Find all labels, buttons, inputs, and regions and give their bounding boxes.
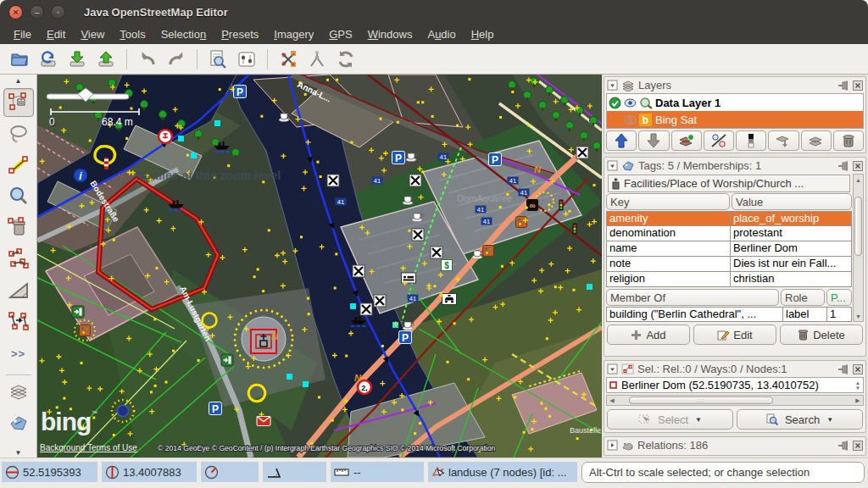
scrollbar-thumb[interactable] [854,197,862,256]
zoom-to-selection-button[interactable] [203,47,232,72]
expand-icon[interactable] [607,440,618,451]
select-button[interactable]: Select ▼ [607,409,733,430]
delete-layer-button[interactable] [833,130,864,151]
parallel-way-tool-button[interactable] [3,308,34,336]
add-tag-button[interactable]: Add [607,324,690,345]
menu-help[interactable]: Help [465,25,501,43]
delete-tag-button[interactable]: Delete [780,324,863,345]
role-column-header[interactable]: Role [781,289,825,306]
tag-row-name[interactable]: nameBerliner Dom [606,241,852,257]
maximize-button[interactable]: ▫ [51,5,65,19]
map-view[interactable]: P 41 $ ∞ i 2, [37,75,602,458]
close-button[interactable]: ✕ [8,5,23,19]
refresh-button[interactable] [331,47,360,72]
more-tools-button[interactable]: >> [3,339,34,368]
tag-row-note[interactable]: noteDies ist nur ein Fall... [606,257,852,272]
search-button[interactable]: Search ▼ [737,409,863,430]
draw-nodes-tool-button[interactable] [3,151,34,180]
upload-data-button[interactable] [92,47,120,72]
menu-selection[interactable]: Selection [154,25,213,43]
collapse-icon[interactable] [607,363,618,374]
menu-file[interactable]: File [7,25,38,43]
close-panel-icon[interactable] [853,80,863,91]
visible-eye-icon[interactable] [624,98,637,108]
scroll-up-arrow[interactable]: ▲ [854,175,863,185]
pin-icon[interactable] [837,364,849,374]
value-column-header[interactable]: Value [732,193,852,210]
activate-layer-button[interactable] [671,130,702,151]
selected-object-row[interactable]: Berliner Dom (52.5190735, 13.4010752) ▲▼ [606,377,864,393]
sidebar-collapse-down[interactable]: ▼ [3,447,34,458]
collapse-icon[interactable] [607,80,618,91]
close-panel-icon[interactable] [853,161,863,171]
tags-vertical-scrollbar[interactable]: ▲ ▼ [853,174,864,322]
scrollbar-thumb[interactable]: ::: [629,396,773,404]
menu-presets[interactable]: Presets [214,25,265,43]
membership-row[interactable]: building ("Berlin Cathedral", ...label1 [606,307,852,322]
preset-row[interactable]: Facilities/Place of Worship/Church ... [608,175,850,192]
toolbar-separator [197,49,198,69]
pin-icon[interactable] [837,161,849,171]
sidebar-collapse-up[interactable]: ▲ [3,75,34,86]
dropdown-caret: ▼ [695,416,702,424]
undo-button[interactable] [133,47,162,72]
svg-text:68.4 m: 68.4 m [102,116,133,128]
select-move-tool-button[interactable] [3,88,34,117]
tags-panel: Tags: 5 / Memberships: 1 Facilities/Plac… [604,157,866,357]
menu-audio[interactable]: Audio [420,25,462,43]
download-data-button[interactable] [63,47,92,72]
menu-tools[interactable]: Tools [113,25,152,43]
layer-row-data-layer-1[interactable]: Data Layer 1 [607,94,863,111]
map-canvas[interactable]: P 41 $ ∞ i 2, [37,75,602,458]
layers-panel-title: Layers [638,79,834,92]
tags-dialog-button[interactable] [3,409,34,438]
tag-row-denomination[interactable]: denominationprotestant [606,226,852,241]
menu-edit[interactable]: Edit [40,25,72,43]
unglue-tool-button[interactable] [3,245,34,274]
edit-tag-button[interactable]: Edit [693,324,776,345]
position-column-header[interactable]: P... [826,289,852,306]
close-panel-icon[interactable] [853,441,863,451]
layer-opacity-button[interactable] [736,130,766,151]
layers-dialog-button[interactable] [3,378,34,407]
open-file-button[interactable] [5,47,34,72]
scroll-right-arrow[interactable]: ▶ [853,397,863,404]
combine-way-button[interactable] [303,47,331,72]
zoom-tool-button[interactable] [3,182,34,211]
key-column-header[interactable]: Key [606,193,730,210]
tag-row-amenity[interactable]: amenityplace_of_worship [606,211,852,226]
menu-windows[interactable]: Windows [361,25,420,43]
show-hide-layer-button[interactable] [704,130,734,151]
move-layer-down-button[interactable] [638,130,669,151]
terms-of-use-link[interactable]: Background Terms of Use [40,443,137,452]
preferences-button[interactable] [232,47,261,72]
member-of-column-header[interactable]: Member Of [606,289,779,306]
layer-row-bing-sat[interactable]: bBing Sat [607,111,863,128]
pin-icon[interactable] [837,441,849,451]
node-icon [609,381,617,389]
move-layer-up-button[interactable] [606,130,637,151]
menu-view[interactable]: View [74,25,111,43]
minimize-button[interactable]: – [30,5,44,19]
close-panel-icon[interactable] [853,364,863,374]
split-way-button[interactable] [274,47,303,72]
relations-panel-title: Relations: 186 [637,439,834,452]
collapse-icon[interactable] [607,160,618,171]
delete-tool-button[interactable] [3,214,34,242]
spinner-buttons[interactable]: ▲▼ [855,380,860,391]
redo-button[interactable] [162,47,191,72]
lasso-tool-button[interactable] [3,119,34,148]
selection-horizontal-scrollbar[interactable]: ◀ ::: ▶ [606,395,864,406]
download-data-along-button[interactable] [34,47,63,72]
scroll-down-arrow[interactable]: ▼ [854,311,863,321]
scroll-left-arrow[interactable]: ◀ [607,397,617,404]
faded-eye-icon[interactable] [624,115,637,125]
extrude-tool-button[interactable] [3,276,34,305]
duplicate-layer-button[interactable] [801,130,832,151]
menu-gps[interactable]: GPS [322,25,359,43]
pin-icon[interactable] [837,80,849,91]
imagery-copyright: © 2014 GeoEye © GeoContent / (p) Intergr… [158,444,495,452]
merge-layer-down-button[interactable] [768,130,798,151]
menu-imagery[interactable]: Imagery [267,25,320,43]
tag-row-religion[interactable]: religionchristian [606,272,852,287]
